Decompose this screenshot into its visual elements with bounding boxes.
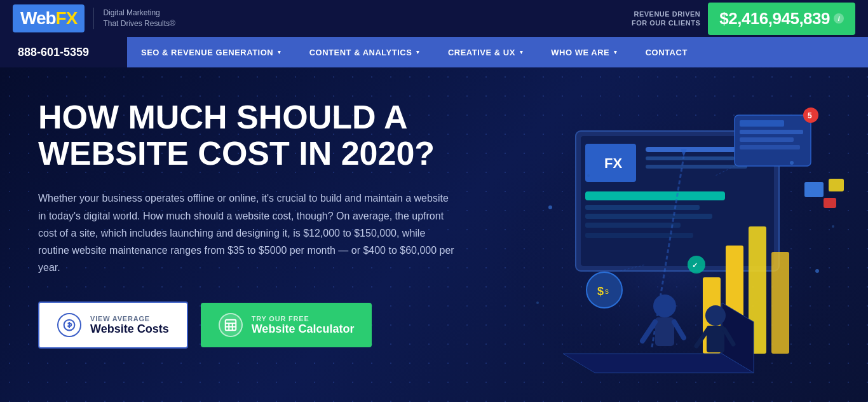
chevron-down-icon: ▾ bbox=[416, 49, 420, 55]
svg-rect-27 bbox=[740, 120, 784, 127]
nav-item-content[interactable]: CONTENT & ANALYTICS ▾ bbox=[295, 37, 434, 67]
website-calculator-button[interactable]: TRY OUR FREE Website Calculator bbox=[201, 303, 372, 347]
chevron-down-icon: ▾ bbox=[614, 49, 618, 55]
svg-point-36 bbox=[587, 272, 622, 308]
hero-section: HOW MUCH SHOULD A WEBSITE COST IN 2020? … bbox=[0, 67, 868, 402]
revenue-number: $2,416,945,839 i bbox=[708, 3, 855, 35]
svg-point-53 bbox=[587, 174, 590, 177]
tagline: Digital Marketing That Drives Results® bbox=[93, 8, 175, 29]
revenue-label: REVENUE DRIVEN FOR OUR CLIENTS bbox=[632, 10, 700, 28]
svg-point-50 bbox=[815, 269, 819, 273]
top-bar: WebFX Digital Marketing That Drives Resu… bbox=[0, 0, 868, 37]
info-icon[interactable]: i bbox=[834, 13, 844, 24]
cta-buttons: VIEW AVERAGE Website Costs TRY OUR F bbox=[38, 302, 483, 349]
svg-point-49 bbox=[548, 205, 552, 209]
svg-rect-19 bbox=[585, 233, 693, 238]
logo-area: WebFX Digital Marketing That Drives Resu… bbox=[13, 4, 175, 32]
navbar: 888-601-5359 SEO & REVENUE GENERATION ▾ … bbox=[0, 37, 868, 67]
svg-rect-30 bbox=[740, 145, 800, 149]
svg-rect-17 bbox=[585, 214, 712, 219]
svg-rect-33 bbox=[804, 182, 824, 197]
hero-title: HOW MUCH SHOULD A WEBSITE COST IN 2020? bbox=[38, 99, 483, 172]
svg-marker-39 bbox=[563, 354, 754, 373]
hero-content: HOW MUCH SHOULD A WEBSITE COST IN 2020? … bbox=[38, 99, 483, 349]
hero-body: Whether your business operates offline o… bbox=[38, 190, 458, 276]
nav-links: SEO & REVENUE GENERATION ▾ CONTENT & ANA… bbox=[127, 37, 868, 67]
logo[interactable]: WebFX bbox=[13, 4, 85, 32]
svg-point-52 bbox=[832, 225, 834, 228]
svg-text:s: s bbox=[605, 287, 609, 296]
svg-rect-14 bbox=[646, 165, 747, 169]
svg-point-41 bbox=[653, 295, 676, 317]
svg-rect-34 bbox=[829, 179, 844, 191]
nav-item-who-we-are[interactable]: WHO WE ARE ▾ bbox=[537, 37, 631, 67]
phone-number[interactable]: 888-601-5359 bbox=[0, 37, 127, 67]
svg-rect-18 bbox=[585, 223, 681, 228]
svg-point-54 bbox=[790, 161, 794, 165]
svg-rect-13 bbox=[646, 156, 735, 160]
nav-item-creative[interactable]: CREATIVE & UX ▾ bbox=[434, 37, 537, 67]
svg-point-51 bbox=[536, 302, 539, 304]
revenue-area: REVENUE DRIVEN FOR OUR CLIENTS $2,416,94… bbox=[632, 3, 855, 35]
svg-rect-29 bbox=[740, 137, 794, 142]
svg-rect-2 bbox=[225, 320, 236, 331]
svg-rect-15 bbox=[585, 191, 725, 200]
svg-rect-35 bbox=[824, 198, 836, 208]
view-average-costs-text: VIEW AVERAGE Website Costs bbox=[90, 315, 169, 336]
svg-text:5: 5 bbox=[808, 111, 812, 120]
chevron-down-icon: ▾ bbox=[520, 49, 524, 55]
svg-rect-25 bbox=[771, 252, 789, 354]
svg-text:FX: FX bbox=[604, 155, 622, 171]
website-calculator-text: TRY OUR FREE Website Calculator bbox=[252, 315, 355, 336]
svg-rect-28 bbox=[740, 130, 803, 134]
svg-text:✓: ✓ bbox=[692, 261, 698, 269]
nav-item-contact[interactable]: CONTACT bbox=[632, 37, 702, 67]
svg-rect-16 bbox=[585, 205, 700, 210]
calculator-icon bbox=[219, 313, 243, 337]
svg-rect-42 bbox=[655, 317, 674, 346]
nav-item-seo[interactable]: SEO & REVENUE GENERATION ▾ bbox=[127, 37, 295, 67]
svg-text:$: $ bbox=[597, 285, 604, 298]
chevron-down-icon: ▾ bbox=[278, 49, 281, 55]
view-average-costs-button[interactable]: VIEW AVERAGE Website Costs bbox=[38, 302, 188, 349]
svg-point-45 bbox=[705, 305, 726, 326]
hero-illustration: FX bbox=[487, 80, 868, 398]
dollar-icon bbox=[57, 313, 81, 337]
